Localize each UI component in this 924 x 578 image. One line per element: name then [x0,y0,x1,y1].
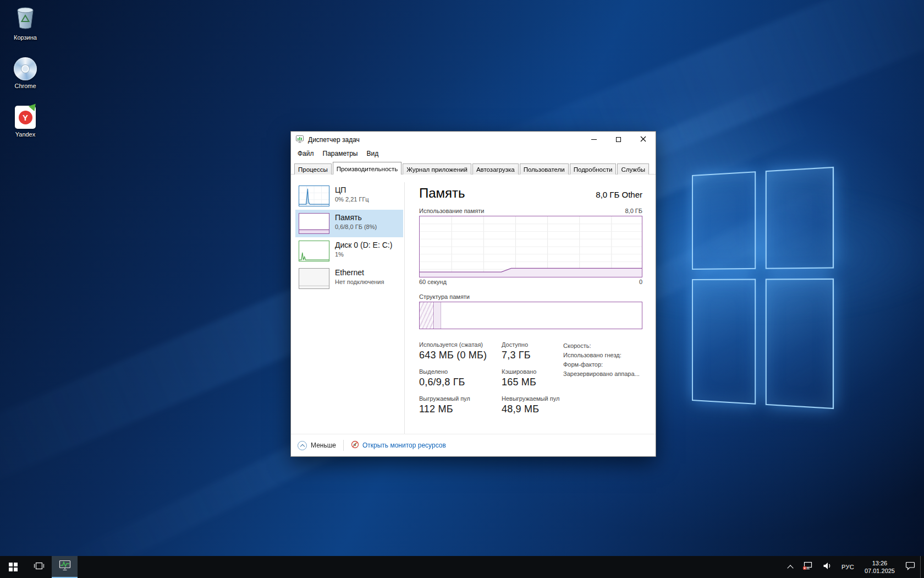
sidebar-item-detail: 1% [335,251,392,258]
stat-non-paged-pool: Невыгружаемый пул 48,9 МБ [502,395,563,415]
fewer-details-label: Меньше [311,441,336,449]
system-tray: РУС 13:26 07.01.2025 [783,556,924,578]
tray-clock[interactable]: 13:26 07.01.2025 [859,556,900,578]
ethernet-mini-graph [299,268,329,289]
timeline-row: 60 секунд 0 [419,279,642,285]
clock-date: 07.01.2025 [865,567,895,575]
sidebar-item-name: Ethernet [335,268,384,277]
memory-mini-graph [299,213,329,234]
sidebar-item-memory[interactable]: Память 0,6/8,0 ГБ (8%) [295,210,403,237]
taskbar: РУС 13:26 07.01.2025 [0,556,924,578]
tray-show-hidden-icons-button[interactable] [783,556,798,578]
sidebar-item-detail: Нет подключения [335,279,384,286]
resource-monitor-icon [351,440,359,450]
tab-users[interactable]: Пользователи [520,163,569,175]
tab-services[interactable]: Службы [617,163,649,175]
composition-label: Структура памяти [419,293,642,300]
desktop-icon-yandex[interactable]: Y Yandex [2,106,48,138]
collapse-circle-icon [298,441,307,450]
desktop-icon-chrome[interactable]: Chrome [2,57,48,89]
composition-in-use-segment [420,302,434,329]
menu-options[interactable]: Параметры [318,148,362,159]
tray-network-status[interactable] [798,556,818,578]
windows-logo-pane [692,279,756,405]
tab-startup[interactable]: Автозагрузка [472,163,519,175]
yandex-icon: Y [15,106,36,129]
sidebar-item-disk[interactable]: Диск 0 (D: E: C:) 1% [295,237,403,265]
chevron-up-icon [300,444,304,448]
task-view-button[interactable] [26,556,52,578]
sidebar-item-ethernet[interactable]: Ethernet Нет подключения [295,265,403,292]
action-center-icon [905,561,915,572]
menu-bar: Файл Параметры Вид [291,148,656,160]
sidebar-item-name: ЦП [335,186,369,195]
maximize-button[interactable] [606,132,631,148]
recycle-bin-icon [13,4,37,32]
tab-strip: Процессы Производительность Журнал прило… [291,160,656,175]
memory-capacity: 8,0 ГБ Other [596,190,642,201]
memory-composition-bar[interactable] [419,302,642,329]
action-center-button[interactable] [900,556,920,578]
windows-logo-pane [765,279,834,409]
sidebar-item-cpu[interactable]: ЦП 0% 2,21 ГГц [295,182,403,210]
stat-available: Доступно 7,3 ГБ [502,341,563,361]
yandex-letter: Y [19,111,32,124]
minimize-icon [591,139,597,140]
speaker-icon [823,562,832,572]
desktop-icons: Корзина Chrome Y Yandex [2,4,48,138]
stat-cached: Кэшировано 165 МБ [502,368,563,388]
stat-in-use: Используется (сжатая) 643 МБ (0 МБ) [419,341,502,361]
screen: Корзина Chrome Y Yandex [0,0,924,578]
show-desktop-button[interactable] [920,556,924,578]
windows-start-icon [9,563,18,571]
detail-speed: Скорость: [563,341,642,351]
tray-volume-button[interactable] [818,556,837,578]
task-view-icon [34,561,45,573]
window-footer: Меньше Открыть монитор ресурсов [291,434,656,456]
tab-details[interactable]: Подробности [570,163,617,175]
close-button[interactable] [631,132,656,148]
fewer-details-button[interactable]: Меньше [298,441,336,450]
performance-sidebar: ЦП 0% 2,21 ГГц Память 0,6/8,0 ГБ (8%) [291,182,403,434]
windows-logo [692,167,834,409]
maximize-icon [616,137,621,142]
timeline-start: 60 секунд [419,279,447,285]
tab-performance[interactable]: Производительность [333,162,402,175]
menu-view[interactable]: Вид [362,148,383,159]
detail-hardware-reserved: Зарезервировано аппара... [563,369,642,379]
tray-language-indicator[interactable]: РУС [837,556,859,578]
windows-logo-pane [692,171,756,270]
start-button[interactable] [0,556,26,578]
usage-graph-label: Использование памяти [419,208,484,214]
task-manager-taskbar-icon [58,560,72,574]
chrome-disc-icon [14,57,37,80]
window-controls [581,132,656,148]
windows-logo-pane [765,167,834,269]
minimize-button[interactable] [581,132,606,148]
usage-scale-row: Использование памяти 8,0 ГБ [419,208,642,214]
performance-content: ЦП 0% 2,21 ГГц Память 0,6/8,0 ГБ (8%) [291,175,656,434]
desktop-icon-recycle-bin[interactable]: Корзина [2,4,48,41]
window-title: Диспетчер задач [308,136,360,144]
sidebar-item-name: Память [335,213,377,222]
yandex-arrow [29,101,38,111]
title-bar[interactable]: Диспетчер задач [291,132,656,148]
tab-app-history[interactable]: Журнал приложений [403,163,471,175]
open-resource-monitor-link[interactable]: Открыть монитор ресурсов [351,440,446,450]
detail-slots-used: Использовано гнезд: [563,351,642,360]
clock-time: 13:26 [872,559,888,567]
composition-modified-segment [435,302,441,329]
stat-paged-pool: Выгружаемый пул 112 МБ [419,395,502,415]
sidebar-item-detail: 0% 2,21 ГГц [335,196,369,203]
memory-panel: Память 8,0 ГБ Other Использование памяти… [404,182,656,434]
taskbar-task-manager-button[interactable] [52,556,78,578]
network-disconnected-icon [802,561,813,572]
tab-processes[interactable]: Процессы [294,163,332,175]
menu-file[interactable]: Файл [293,148,318,159]
desktop-icon-label: Корзина [14,34,37,41]
task-manager-window: Диспетчер задач Файл Параметры Вид Проце… [290,131,656,457]
detail-form-factor: Форм-фактор: [563,360,642,369]
desktop-icon-label: Chrome [14,83,36,89]
usage-scale-max: 8,0 ГБ [625,208,642,214]
disk-mini-graph [299,241,329,261]
